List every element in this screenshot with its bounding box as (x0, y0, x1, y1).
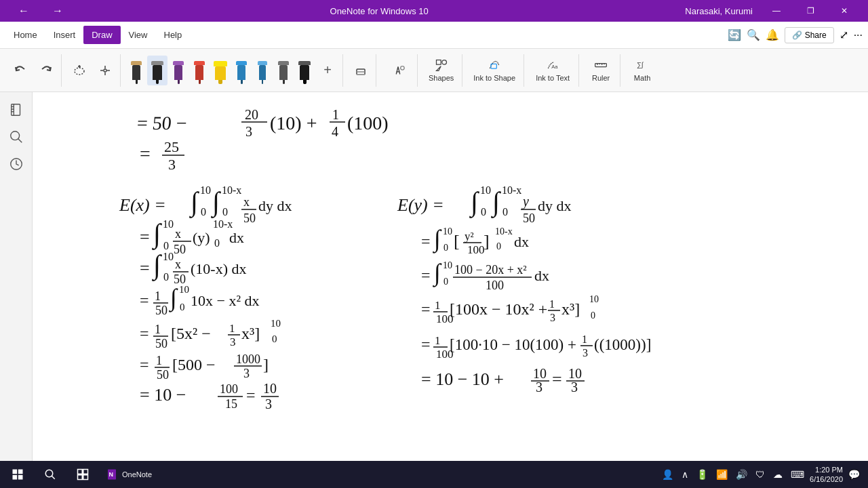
pen-blue[interactable] (231, 56, 252, 85)
pen-dark-gray[interactable] (273, 56, 294, 85)
svg-text:3: 3 (230, 336, 236, 348)
svg-text:0: 0 (163, 240, 169, 251)
svg-text:∫: ∫ (169, 284, 178, 312)
taskbar-speaker-icon[interactable]: 🔊 (733, 468, 750, 481)
taskbar-clock[interactable]: 1:20 PM 6/16/2020 (810, 465, 843, 485)
menu-home[interactable]: Home (5, 26, 45, 44)
menu-draw[interactable]: Draw (83, 26, 120, 44)
sync-icon[interactable]: 🔄 (728, 28, 741, 41)
taskbar-defender-icon[interactable]: 🛡 (753, 468, 768, 481)
svg-text:50: 50 (157, 368, 169, 382)
pen-purple[interactable] (168, 56, 189, 85)
pen-black-thick[interactable] (294, 56, 315, 85)
svg-text:1: 1 (435, 334, 441, 347)
svg-text:10: 10 (163, 251, 174, 262)
taskbar-time-display: 1:20 PM (810, 465, 843, 474)
undo-button[interactable] (8, 56, 33, 85)
eraser-button[interactable] (349, 56, 373, 85)
taskbar-onedrive-icon[interactable]: ☁ (770, 468, 785, 481)
svg-text:50: 50 (155, 304, 167, 317)
svg-text:0: 0 (496, 241, 501, 251)
svg-text:[500 −: [500 − (172, 356, 216, 373)
add-pen-button[interactable]: + (315, 56, 340, 85)
taskbar-search[interactable] (35, 462, 65, 487)
back-button[interactable]: ← (8, 0, 39, 22)
svg-point-11 (401, 66, 405, 70)
taskbar-chevron[interactable]: ∧ (679, 468, 691, 481)
close-button[interactable]: ✕ (829, 0, 860, 22)
minimize-button[interactable]: — (761, 0, 792, 22)
share-button[interactable]: 🔗Share (785, 27, 834, 43)
svg-text:x: x (243, 195, 250, 209)
task-view-button[interactable] (68, 462, 98, 487)
pen-red[interactable] (189, 56, 210, 85)
svg-text:dx: dx (229, 229, 244, 246)
more-icon[interactable]: ··· (854, 29, 863, 41)
svg-text:dx: dx (514, 233, 529, 250)
svg-text:1: 1 (332, 107, 339, 122)
restore-button[interactable]: ❐ (795, 0, 826, 22)
svg-text:x: x (175, 227, 181, 241)
svg-text:(10-x)  dx: (10-x) dx (191, 260, 246, 277)
svg-text:=: = (552, 369, 562, 389)
svg-text:1: 1 (156, 354, 162, 367)
onenote-taskbar-item[interactable]: N OneNote (100, 462, 157, 487)
svg-text:3: 3 (243, 367, 250, 380)
taskbar-people-icon[interactable]: 👤 (659, 468, 676, 481)
shapes-button[interactable]: Shapes (423, 53, 459, 88)
svg-text:1: 1 (582, 333, 587, 345)
ink-to-text-button[interactable]: Aa Ink to Text (530, 53, 576, 88)
ink-to-shape-button[interactable]: Ink to Shape (468, 53, 521, 88)
pen-blue-thin[interactable] (252, 56, 273, 85)
svg-text:∑∫: ∑∫ (637, 61, 644, 68)
notebooks-button[interactable] (4, 98, 28, 122)
pen-yellow-highlighter[interactable] (210, 56, 231, 85)
content-area: = 50 − 20 3 (10) + 1 4 (100) = 25 3 E(x)… (33, 92, 868, 461)
svg-text:[100·10 − 10(100) +: [100·10 − 10(100) + (450, 336, 576, 353)
search-button[interactable] (4, 125, 28, 149)
taskbar-keyboard-icon[interactable]: ⌨ (788, 468, 807, 481)
touch-drawing-toggle[interactable] (382, 53, 414, 88)
menu-view[interactable]: View (121, 26, 156, 44)
svg-text:4: 4 (332, 124, 338, 139)
redo-button[interactable] (34, 56, 58, 85)
svg-text:10: 10 (271, 318, 281, 329)
expand-icon[interactable]: ⤢ (840, 28, 848, 41)
svg-text:0: 0 (502, 206, 508, 218)
svg-text:(100): (100) (347, 113, 389, 134)
sidebar (0, 92, 33, 461)
menu-help[interactable]: Help (156, 26, 191, 44)
taskbar-battery-icon[interactable]: 🔋 (694, 468, 711, 481)
menu-insert[interactable]: Insert (45, 26, 84, 44)
notification-icon[interactable]: 💬 (846, 468, 863, 481)
math-button[interactable]: ∑∫ Math (626, 53, 658, 88)
svg-text:50: 50 (243, 211, 256, 225)
bell-icon[interactable]: 🔔 (766, 28, 779, 41)
svg-text:N: N (109, 471, 114, 478)
svg-text:0: 0 (591, 310, 595, 321)
math-canvas[interactable]: = 50 − 20 3 (10) + 1 4 (100) = 25 3 E(x)… (65, 92, 865, 461)
svg-text:=: = (421, 266, 431, 284)
svg-text:0: 0 (222, 206, 228, 218)
forward-button[interactable]: → (42, 0, 73, 22)
search-icon[interactable]: 🔍 (747, 28, 760, 41)
pan-button[interactable] (93, 56, 117, 85)
pen-black-bold[interactable] (147, 56, 167, 85)
lasso-select-button[interactable] (67, 56, 92, 85)
toolbar: + Shapes Ink to Shape Aa Ink to Text (0, 49, 868, 92)
taskbar-network-icon[interactable]: 📶 (713, 468, 730, 481)
ruler-button[interactable]: Ruler (585, 53, 617, 88)
taskbar-date-display: 6/16/2020 (810, 474, 843, 484)
start-button[interactable] (3, 462, 33, 487)
svg-rect-178 (83, 475, 88, 480)
recent-button[interactable] (4, 152, 28, 176)
svg-text:]: ] (484, 231, 490, 251)
svg-rect-169 (13, 470, 18, 474)
svg-text:3: 3 (168, 156, 176, 173)
svg-text:50: 50 (174, 243, 186, 256)
pen-black-thin[interactable] (126, 56, 146, 85)
svg-text:0: 0 (163, 271, 169, 283)
svg-text:0: 0 (481, 206, 486, 218)
svg-text:15: 15 (225, 397, 237, 411)
svg-text:x³]: x³] (561, 300, 580, 318)
